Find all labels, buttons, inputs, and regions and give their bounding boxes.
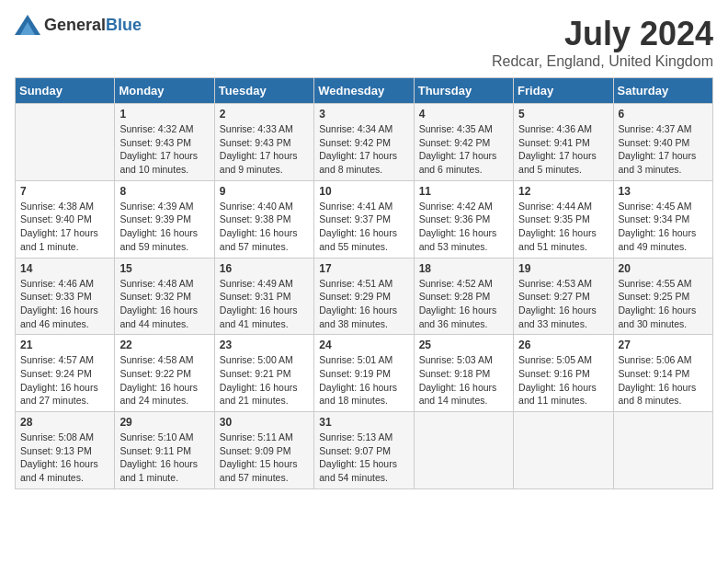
calendar-cell: 21Sunrise: 4:57 AM Sunset: 9:24 PM Dayli… <box>16 335 115 412</box>
day-number: 26 <box>518 339 608 351</box>
logo-text-blue: Blue <box>106 16 142 34</box>
day-number: 15 <box>119 262 209 275</box>
calendar-cell: 24Sunrise: 5:01 AM Sunset: 9:19 PM Dayli… <box>314 335 414 412</box>
cell-text: Sunrise: 5:06 AM Sunset: 9:14 PM Dayligh… <box>619 353 708 408</box>
calendar-cell: 26Sunrise: 5:05 AM Sunset: 9:16 PM Dayli… <box>514 335 613 412</box>
calendar-cell: 29Sunrise: 5:10 AM Sunset: 9:11 PM Dayli… <box>115 412 214 489</box>
calendar-week-row: 7Sunrise: 4:38 AM Sunset: 9:40 PM Daylig… <box>16 180 713 258</box>
day-number: 31 <box>319 416 408 429</box>
cell-text: Sunrise: 4:36 AM Sunset: 9:41 PM Dayligh… <box>518 122 608 177</box>
day-number: 2 <box>220 108 309 121</box>
cell-text: Sunrise: 5:11 AM Sunset: 9:09 PM Dayligh… <box>220 431 309 485</box>
cell-text: Sunrise: 4:40 AM Sunset: 9:38 PM Dayligh… <box>220 200 309 254</box>
page-header: GeneralBlue July 2024 Redcar, England, U… <box>15 15 713 70</box>
day-number: 19 <box>518 262 608 275</box>
cell-text: Sunrise: 5:03 AM Sunset: 9:18 PM Dayligh… <box>419 353 508 408</box>
cell-text: Sunrise: 5:10 AM Sunset: 9:11 PM Dayligh… <box>119 431 209 485</box>
cell-text: Sunrise: 4:52 AM Sunset: 9:28 PM Dayligh… <box>419 277 508 331</box>
calendar-week-row: 21Sunrise: 4:57 AM Sunset: 9:24 PM Dayli… <box>16 335 713 412</box>
cell-text: Sunrise: 4:32 AM Sunset: 9:43 PM Dayligh… <box>119 122 209 177</box>
calendar-cell: 15Sunrise: 4:48 AM Sunset: 9:32 PM Dayli… <box>115 258 214 335</box>
calendar-cell: 8Sunrise: 4:39 AM Sunset: 9:39 PM Daylig… <box>115 180 214 258</box>
cell-text: Sunrise: 4:55 AM Sunset: 9:25 PM Dayligh… <box>619 277 708 331</box>
day-number: 21 <box>20 339 109 351</box>
day-number: 16 <box>220 262 309 275</box>
calendar-cell: 5Sunrise: 4:36 AM Sunset: 9:41 PM Daylig… <box>514 104 613 181</box>
day-number: 7 <box>20 185 109 198</box>
day-number: 5 <box>518 108 608 121</box>
cell-text: Sunrise: 5:01 AM Sunset: 9:19 PM Dayligh… <box>319 353 408 408</box>
calendar-cell: 4Sunrise: 4:35 AM Sunset: 9:42 PM Daylig… <box>414 104 513 181</box>
day-number: 27 <box>619 339 708 351</box>
calendar-cell <box>613 412 712 489</box>
cell-text: Sunrise: 5:00 AM Sunset: 9:21 PM Dayligh… <box>220 353 309 408</box>
day-number: 30 <box>220 416 309 429</box>
day-number: 20 <box>619 262 708 275</box>
day-number: 23 <box>220 339 309 351</box>
cell-text: Sunrise: 5:13 AM Sunset: 9:07 PM Dayligh… <box>319 431 408 485</box>
calendar-cell: 12Sunrise: 4:44 AM Sunset: 9:35 PM Dayli… <box>514 180 613 258</box>
cell-text: Sunrise: 4:57 AM Sunset: 9:24 PM Dayligh… <box>20 353 109 408</box>
cell-text: Sunrise: 4:34 AM Sunset: 9:42 PM Dayligh… <box>319 122 408 177</box>
logo-icon <box>15 15 40 35</box>
calendar-cell: 14Sunrise: 4:46 AM Sunset: 9:33 PM Dayli… <box>16 258 115 335</box>
day-number: 6 <box>619 108 708 121</box>
calendar-cell: 31Sunrise: 5:13 AM Sunset: 9:07 PM Dayli… <box>314 412 414 489</box>
header-cell-saturday: Saturday <box>613 78 712 104</box>
day-number: 9 <box>220 185 309 198</box>
calendar-cell: 3Sunrise: 4:34 AM Sunset: 9:42 PM Daylig… <box>314 104 414 181</box>
logo: GeneralBlue <box>15 15 142 35</box>
calendar-cell: 10Sunrise: 4:41 AM Sunset: 9:37 PM Dayli… <box>314 180 414 258</box>
cell-text: Sunrise: 4:49 AM Sunset: 9:31 PM Dayligh… <box>220 277 309 331</box>
day-number: 25 <box>419 339 508 351</box>
header-cell-tuesday: Tuesday <box>214 78 313 104</box>
calendar-table: SundayMondayTuesdayWednesdayThursdayFrid… <box>15 77 713 489</box>
calendar-body: 1Sunrise: 4:32 AM Sunset: 9:43 PM Daylig… <box>16 104 713 489</box>
header-cell-thursday: Thursday <box>414 78 513 104</box>
calendar-cell <box>414 412 513 489</box>
day-number: 17 <box>319 262 408 275</box>
cell-text: Sunrise: 4:33 AM Sunset: 9:43 PM Dayligh… <box>220 122 309 177</box>
cell-text: Sunrise: 4:39 AM Sunset: 9:39 PM Dayligh… <box>119 200 209 254</box>
cell-text: Sunrise: 4:48 AM Sunset: 9:32 PM Dayligh… <box>119 277 209 331</box>
calendar-cell: 16Sunrise: 4:49 AM Sunset: 9:31 PM Dayli… <box>214 258 313 335</box>
cell-text: Sunrise: 5:08 AM Sunset: 9:13 PM Dayligh… <box>20 431 109 485</box>
calendar-header-row: SundayMondayTuesdayWednesdayThursdayFrid… <box>16 78 713 104</box>
cell-text: Sunrise: 4:53 AM Sunset: 9:27 PM Dayligh… <box>518 277 608 331</box>
calendar-cell: 28Sunrise: 5:08 AM Sunset: 9:13 PM Dayli… <box>16 412 115 489</box>
day-number: 3 <box>319 108 408 121</box>
header-cell-monday: Monday <box>115 78 214 104</box>
day-number: 29 <box>119 416 209 429</box>
cell-text: Sunrise: 4:46 AM Sunset: 9:33 PM Dayligh… <box>20 277 109 331</box>
day-number: 12 <box>518 185 608 198</box>
cell-text: Sunrise: 5:05 AM Sunset: 9:16 PM Dayligh… <box>518 353 608 408</box>
calendar-cell: 25Sunrise: 5:03 AM Sunset: 9:18 PM Dayli… <box>414 335 513 412</box>
calendar-cell: 18Sunrise: 4:52 AM Sunset: 9:28 PM Dayli… <box>414 258 513 335</box>
calendar-cell: 19Sunrise: 4:53 AM Sunset: 9:27 PM Dayli… <box>514 258 613 335</box>
day-number: 11 <box>419 185 508 198</box>
calendar-cell: 30Sunrise: 5:11 AM Sunset: 9:09 PM Dayli… <box>214 412 313 489</box>
day-number: 24 <box>319 339 408 351</box>
cell-text: Sunrise: 4:37 AM Sunset: 9:40 PM Dayligh… <box>619 122 708 177</box>
day-number: 1 <box>119 108 209 121</box>
calendar-cell: 23Sunrise: 5:00 AM Sunset: 9:21 PM Dayli… <box>214 335 313 412</box>
calendar-cell <box>16 104 115 181</box>
cell-text: Sunrise: 4:44 AM Sunset: 9:35 PM Dayligh… <box>518 200 608 254</box>
calendar-cell: 9Sunrise: 4:40 AM Sunset: 9:38 PM Daylig… <box>214 180 313 258</box>
calendar-week-row: 28Sunrise: 5:08 AM Sunset: 9:13 PM Dayli… <box>16 412 713 489</box>
cell-text: Sunrise: 4:58 AM Sunset: 9:22 PM Dayligh… <box>119 353 209 408</box>
header-cell-sunday: Sunday <box>16 78 115 104</box>
logo-text-general: General <box>44 16 106 34</box>
calendar-cell: 6Sunrise: 4:37 AM Sunset: 9:40 PM Daylig… <box>613 104 712 181</box>
header-cell-friday: Friday <box>514 78 613 104</box>
title-block: July 2024 Redcar, England, United Kingdo… <box>492 15 713 70</box>
header-cell-wednesday: Wednesday <box>314 78 414 104</box>
day-number: 28 <box>20 416 109 429</box>
day-number: 10 <box>319 185 408 198</box>
day-number: 14 <box>20 262 109 275</box>
calendar-cell <box>514 412 613 489</box>
day-number: 4 <box>419 108 508 121</box>
calendar-week-row: 1Sunrise: 4:32 AM Sunset: 9:43 PM Daylig… <box>16 104 713 181</box>
calendar-cell: 7Sunrise: 4:38 AM Sunset: 9:40 PM Daylig… <box>16 180 115 258</box>
cell-text: Sunrise: 4:45 AM Sunset: 9:34 PM Dayligh… <box>619 200 708 254</box>
